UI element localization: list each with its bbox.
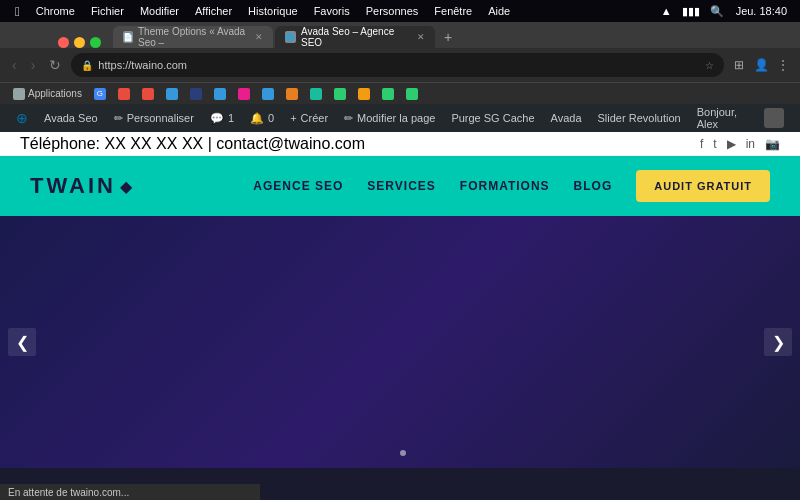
lock-icon: 🔒 — [81, 60, 93, 71]
bookmark-tw[interactable] — [209, 87, 231, 101]
linkedin-icon[interactable]: in — [746, 137, 755, 151]
bookmark-fb-favicon — [190, 88, 202, 100]
star-icon[interactable]: ☆ — [705, 60, 714, 71]
maximize-button[interactable] — [90, 37, 101, 48]
bookmark-chart[interactable] — [353, 87, 375, 101]
file-menu[interactable]: Fichier — [84, 0, 131, 22]
avada-label: Avada — [551, 112, 582, 124]
applications-label: Applications — [28, 88, 82, 99]
history-menu[interactable]: Historique — [241, 0, 305, 22]
window-menu[interactable]: Fenêtre — [427, 0, 479, 22]
bookmark-mail-favicon — [118, 88, 130, 100]
favorites-menu[interactable]: Favoris — [307, 0, 357, 22]
wp-edit-page[interactable]: ✏ Modifier la page — [336, 104, 443, 132]
applications-favicon — [13, 88, 25, 100]
view-menu[interactable]: Afficher — [188, 0, 239, 22]
wp-new[interactable]: + Créer — [282, 104, 336, 132]
carousel-next-button[interactable]: ❯ — [764, 328, 792, 356]
updates-count: 0 — [268, 112, 274, 124]
bookmark-g-favicon: G — [94, 88, 106, 100]
purge-label: Purge SG Cache — [451, 112, 534, 124]
phone-text: Téléphone: XX XX XX XX — [20, 135, 203, 152]
wp-user-greeting[interactable]: Bonjour, Alex — [689, 106, 756, 130]
account-icon[interactable]: 👤 — [752, 56, 770, 74]
nav-formations[interactable]: FORMATIONS — [460, 179, 550, 193]
carousel-dot — [400, 450, 406, 456]
url-bar[interactable]: 🔒 https://twaino.com ☆ — [71, 53, 724, 77]
bookmark-news-favicon — [310, 88, 322, 100]
new-tab-button[interactable]: + — [437, 26, 459, 48]
email-text[interactable]: contact@twaino.com — [216, 135, 365, 152]
bookmark-msg-favicon — [382, 88, 394, 100]
instagram-icon[interactable]: 📷 — [765, 137, 780, 151]
clock: Jeu. 18:40 — [731, 5, 792, 17]
bookmark-phone[interactable] — [401, 87, 423, 101]
back-button[interactable]: ‹ — [8, 55, 21, 75]
wp-updates[interactable]: 🔔 0 — [242, 104, 282, 132]
wp-avatar[interactable] — [756, 104, 792, 132]
edit-menu[interactable]: Modifier — [133, 0, 186, 22]
bookmark-yt-favicon — [142, 88, 154, 100]
wp-site-name[interactable]: Avada Seo — [36, 104, 106, 132]
bookmark-fin[interactable] — [329, 87, 351, 101]
nav-agence-seo[interactable]: AGENCE SEO — [253, 179, 343, 193]
chrome-menu[interactable]: Chrome — [29, 0, 82, 22]
personnes-menu[interactable]: Personnes — [359, 0, 426, 22]
bookmark-msg[interactable] — [377, 87, 399, 101]
tab-1-label: Theme Options « Avada Seo – — [138, 26, 246, 48]
tab-2-close[interactable]: ✕ — [417, 32, 425, 42]
site-header: TWAIN ◆ AGENCE SEO SERVICES FORMATIONS B… — [0, 156, 800, 216]
search-icon[interactable]: 🔍 — [707, 5, 727, 18]
bookmark-phone-favicon — [406, 88, 418, 100]
close-button[interactable] — [58, 37, 69, 48]
menu-icon[interactable]: ⋮ — [774, 56, 792, 74]
site-logo[interactable]: TWAIN ◆ — [30, 173, 132, 199]
site-nav: AGENCE SEO SERVICES FORMATIONS BLOG AUDI… — [253, 170, 770, 202]
nav-services[interactable]: SERVICES — [367, 179, 435, 193]
wp-comments[interactable]: 💬 1 — [202, 104, 242, 132]
bookmark-wp[interactable] — [281, 87, 303, 101]
bookmark-fb[interactable] — [185, 87, 207, 101]
tab-2-favicon: 🌐 — [285, 31, 296, 43]
bookmark-4[interactable] — [161, 87, 183, 101]
bookmark-li[interactable] — [257, 87, 279, 101]
bookmark-yt[interactable] — [137, 87, 159, 101]
wp-admin-right: Bonjour, Alex — [689, 104, 792, 132]
extensions-icon[interactable]: ⊞ — [730, 56, 748, 74]
site-social-links: f t ▶ in 📷 — [700, 137, 780, 151]
avatar-image — [764, 108, 784, 128]
cta-button[interactable]: AUDIT GRATUIT — [636, 170, 770, 202]
wp-slider-rev[interactable]: Slider Revolution — [590, 104, 689, 132]
wp-site-label: Avada Seo — [44, 112, 98, 124]
bookmark-ig[interactable] — [233, 87, 255, 101]
facebook-icon[interactable]: f — [700, 137, 703, 151]
bookmarks-bar: Applications G — [0, 82, 800, 104]
carousel-prev-button[interactable]: ❮ — [8, 328, 36, 356]
tab-1-close[interactable]: ✕ — [255, 32, 263, 42]
bookmark-mail[interactable] — [113, 87, 135, 101]
youtube-icon[interactable]: ▶ — [727, 137, 736, 151]
website: Téléphone: XX XX XX XX | contact@twaino.… — [0, 132, 800, 468]
apple-menu[interactable]:  — [8, 0, 27, 22]
site-top-bar: Téléphone: XX XX XX XX | contact@twaino.… — [0, 132, 800, 156]
bookmark-g[interactable]: G — [89, 87, 111, 101]
tab-2-label: Avada Seo – Agence SEO — [301, 26, 408, 48]
nav-blog[interactable]: BLOG — [574, 179, 613, 193]
forward-button[interactable]: › — [27, 55, 40, 75]
wp-customize[interactable]: ✏ Personnaliser — [106, 104, 202, 132]
reload-button[interactable]: ↻ — [45, 55, 65, 75]
help-menu[interactable]: Aide — [481, 0, 517, 22]
mac-menu-bar:  Chrome Fichier Modifier Afficher Histo… — [0, 0, 800, 22]
toolbar-icons: ⊞ 👤 ⋮ — [730, 56, 792, 74]
battery-icon: ▮▮▮ — [679, 5, 703, 18]
bookmark-news[interactable] — [305, 87, 327, 101]
wp-logo[interactable]: ⊕ — [8, 104, 36, 132]
slider-rev-label: Slider Revolution — [598, 112, 681, 124]
wp-avada[interactable]: Avada — [543, 104, 590, 132]
minimize-button[interactable] — [74, 37, 85, 48]
tab-2[interactable]: 🌐 Avada Seo – Agence SEO ✕ — [275, 26, 435, 48]
tab-1[interactable]: 📄 Theme Options « Avada Seo – ✕ — [113, 26, 273, 48]
bookmark-applications[interactable]: Applications — [8, 87, 87, 101]
twitter-icon[interactable]: t — [713, 137, 716, 151]
wp-purge-cache[interactable]: Purge SG Cache — [443, 104, 542, 132]
